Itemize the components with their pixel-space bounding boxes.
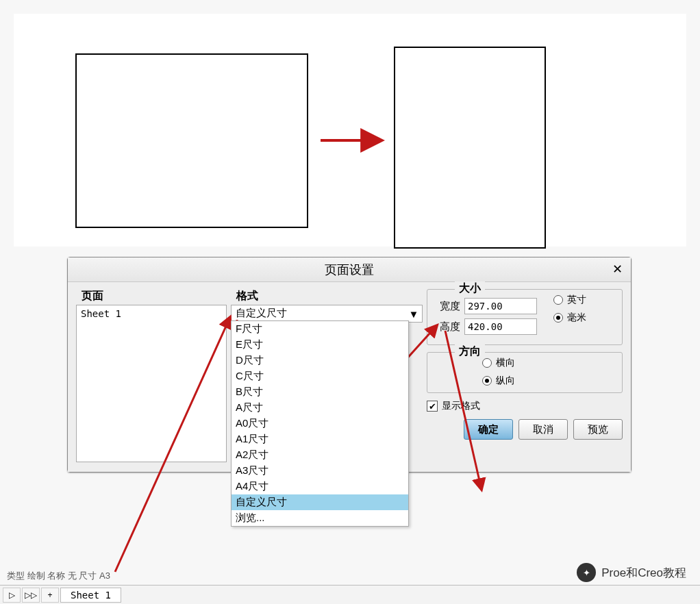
format-column-label: 格式 (236, 289, 423, 303)
dialog-button-row: 确定 取消 预览 (427, 419, 623, 440)
radio-icon (553, 313, 563, 323)
format-option[interactable]: D尺寸 (232, 353, 408, 368)
size-group-title: 大小 (455, 281, 485, 296)
orient-landscape-radio[interactable]: 横向 (482, 357, 615, 369)
format-option[interactable]: 浏览... (232, 510, 408, 526)
status-footer-text: 类型 绘制 名称 无 尺寸 A3 (7, 570, 110, 581)
chevron-down-icon: ▼ (408, 308, 419, 320)
format-option[interactable]: A3尺寸 (232, 463, 408, 479)
show-format-checkbox[interactable]: ✔ 显示格式 (427, 400, 623, 412)
dialog-title: 页面设置 (325, 262, 374, 278)
format-option[interactable]: E尺寸 (232, 337, 408, 353)
illustration-canvas (14, 14, 686, 247)
orientation-group: 方向 横向 纵向 (427, 352, 623, 393)
cancel-button[interactable]: 取消 (518, 419, 568, 440)
format-option[interactable]: A尺寸 (232, 400, 408, 416)
ok-button[interactable]: 确定 (464, 419, 513, 440)
page-column-label: 页面 (82, 289, 227, 303)
format-option[interactable]: A2尺寸 (232, 447, 408, 463)
unit-mm-radio[interactable]: 毫米 (553, 312, 586, 324)
show-format-label: 显示格式 (442, 400, 480, 412)
format-option[interactable]: B尺寸 (232, 384, 408, 400)
width-label: 宽度 (434, 300, 460, 313)
preview-button[interactable]: 预览 (573, 419, 623, 440)
page-column: 页面 Sheet 1 (76, 289, 227, 462)
sheet-tab[interactable]: Sheet 1 (60, 588, 121, 603)
format-option[interactable]: C尺寸 (232, 368, 408, 384)
format-option[interactable]: A4尺寸 (232, 479, 408, 494)
sheet-tabbar: ▷ ▷▷ + Sheet 1 (0, 585, 700, 604)
radio-icon (482, 358, 492, 368)
format-option[interactable]: A0尺寸 (232, 416, 408, 431)
watermark: ✦ Proe和Creo教程 (577, 563, 686, 582)
right-column: 大小 宽度 高度 (427, 289, 623, 462)
dialog-titlebar: 页面设置 ✕ (68, 257, 631, 282)
orientation-group-title: 方向 (455, 344, 485, 359)
page-listbox[interactable]: Sheet 1 (76, 305, 227, 462)
radio-icon (553, 295, 563, 305)
portrait-page-rect (394, 47, 546, 249)
height-label: 高度 (434, 320, 460, 334)
add-sheet-button[interactable]: + (41, 588, 59, 603)
orient-portrait-radio[interactable]: 纵向 (482, 375, 615, 387)
format-option[interactable]: A1尺寸 (232, 431, 408, 447)
checkbox-icon: ✔ (427, 401, 438, 412)
size-group: 大小 宽度 高度 (427, 289, 623, 345)
orient-portrait-label: 纵向 (496, 375, 515, 387)
width-input[interactable] (464, 298, 537, 314)
wechat-icon: ✦ (577, 563, 596, 582)
page-setup-dialog: 页面设置 ✕ 页面 Sheet 1 格式 自定义尺寸 ▼ F尺寸 E尺寸 D尺寸… (67, 257, 632, 473)
height-input[interactable] (464, 318, 537, 335)
format-column: 格式 自定义尺寸 ▼ F尺寸 E尺寸 D尺寸 C尺寸 B尺寸 A尺寸 A0尺寸 … (231, 289, 423, 462)
format-option[interactable]: F尺寸 (232, 321, 408, 337)
landscape-page-rect (75, 53, 308, 228)
format-dropdown[interactable]: F尺寸 E尺寸 D尺寸 C尺寸 B尺寸 A尺寸 A0尺寸 A1尺寸 A2尺寸 A… (231, 320, 409, 527)
orient-landscape-label: 横向 (496, 357, 515, 369)
fast-forward-icon[interactable]: ▷▷ (22, 588, 40, 603)
close-icon[interactable]: ✕ (609, 262, 625, 278)
watermark-text: Proe和Creo教程 (601, 565, 686, 581)
unit-mm-label: 毫米 (567, 312, 586, 324)
format-selected-value: 自定义尺寸 (236, 307, 287, 318)
unit-inch-radio[interactable]: 英寸 (553, 294, 586, 306)
dialog-body: 页面 Sheet 1 格式 自定义尺寸 ▼ F尺寸 E尺寸 D尺寸 C尺寸 B尺… (68, 282, 631, 472)
unit-inch-label: 英寸 (567, 294, 586, 306)
format-option-selected[interactable]: 自定义尺寸 (232, 494, 408, 510)
page-list-item[interactable]: Sheet 1 (81, 308, 222, 319)
play-icon[interactable]: ▷ (3, 588, 21, 603)
radio-icon (482, 376, 492, 386)
